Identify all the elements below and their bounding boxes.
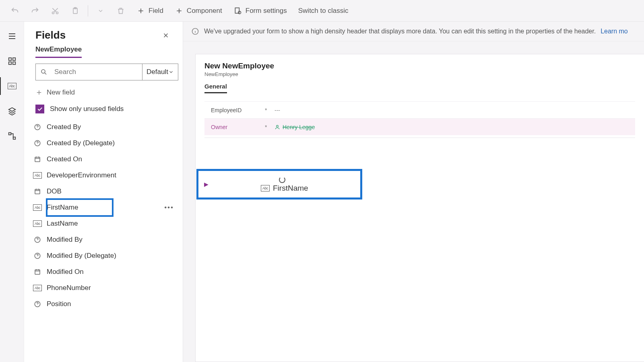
form-field-row[interactable]: Owner* Henry Legge [204, 118, 635, 135]
field-type-icon [33, 139, 42, 148]
top-toolbar: Field Component Form settings Switch to … [0, 0, 644, 22]
form-field-value: Henry Legge [271, 124, 315, 130]
form-settings-icon [233, 6, 242, 15]
field-row[interactable]: Modified By [24, 232, 183, 248]
info-text: We've upgraded your form to show a high … [204, 28, 596, 35]
drop-target-highlight: ▶ Abc FirstName [196, 169, 362, 200]
text-field-icon: Abc [8, 83, 17, 89]
svg-rect-4 [235, 8, 239, 13]
add-field-button[interactable]: Field [132, 3, 167, 19]
chevron-down-icon [168, 69, 174, 75]
field-label: Created By [47, 123, 81, 131]
undo-button[interactable] [6, 3, 23, 19]
cut-button[interactable] [47, 3, 64, 19]
form-subtitle: NewEmployee [204, 71, 635, 77]
filter-dropdown[interactable]: Default [142, 64, 178, 80]
field-row[interactable]: Created On [24, 151, 183, 167]
form-title: New NewEmployee [204, 62, 635, 70]
form-field-row[interactable]: EmployeeID* --- [204, 101, 635, 118]
svg-point-1 [56, 12, 58, 14]
filter-value: Default [147, 68, 168, 76]
drag-chip: Abc FirstName [261, 184, 308, 193]
switch-classic-button[interactable]: Switch to classic [294, 3, 353, 19]
paste-button[interactable] [67, 3, 84, 19]
svg-rect-16 [35, 189, 40, 194]
text-field-icon: Abc [261, 185, 270, 191]
field-row[interactable]: AbcDeveloperEnvironment [24, 167, 183, 183]
info-bar: We've upgraded your form to show a high … [183, 22, 644, 41]
plus-icon [35, 89, 43, 96]
field-row[interactable]: AbcPhoneNumber [24, 280, 183, 296]
field-label: Modified By [47, 236, 83, 244]
field-label: PhoneNumber [47, 284, 91, 292]
chevron-down-button[interactable] [92, 3, 109, 19]
field-type-icon [33, 235, 42, 244]
plus-icon [136, 6, 145, 15]
fields-panel: Fields NewEmployee Default New field Sho… [24, 22, 183, 362]
learn-more-link[interactable]: Learn mo [601, 28, 628, 35]
trash-icon [116, 6, 125, 15]
svg-rect-6 [8, 58, 11, 60]
rail-hamburger[interactable] [5, 29, 19, 43]
rail-tree[interactable] [5, 129, 19, 143]
rail-layers[interactable] [5, 104, 19, 118]
left-rail: Abc [0, 22, 24, 362]
field-type-icon: Abc [33, 219, 42, 228]
rail-fields[interactable]: Abc [5, 79, 19, 93]
form-settings-label: Form settings [246, 7, 287, 15]
svg-point-12 [41, 70, 45, 73]
field-type-icon: Abc [33, 284, 42, 292]
svg-rect-15 [35, 157, 40, 162]
form-surface[interactable]: New NewEmployee NewEmployee General Empl… [195, 54, 644, 362]
field-list: Created ByCreated By (Delegate)Created O… [24, 119, 183, 362]
field-row[interactable]: Position [24, 296, 183, 312]
undo-icon [10, 6, 19, 15]
show-unused-checkbox[interactable] [35, 105, 44, 113]
field-row[interactable]: AbcLastName [24, 216, 183, 232]
search-input[interactable] [52, 68, 142, 76]
show-unused-row: Show only unused fields [24, 102, 183, 119]
field-row[interactable]: Modified By (Delegate) [24, 248, 183, 264]
switch-classic-label: Switch to classic [298, 7, 349, 15]
plus-icon [175, 6, 184, 15]
field-label: Created On [47, 155, 82, 163]
rail-components[interactable] [5, 54, 19, 68]
new-field-label: New field [47, 88, 75, 97]
field-type-icon [33, 300, 42, 309]
redo-button[interactable] [27, 3, 43, 19]
form-settings-button[interactable]: Form settings [229, 3, 291, 19]
paste-icon [71, 6, 80, 15]
svg-rect-19 [35, 270, 40, 274]
info-icon [191, 27, 199, 35]
form-field-value: --- [271, 107, 280, 113]
required-indicator: * [265, 107, 271, 113]
close-panel-button[interactable] [160, 30, 171, 41]
field-row[interactable]: AbcFirstName••• [24, 200, 183, 216]
delete-button[interactable] [112, 3, 129, 19]
cut-icon [51, 6, 60, 15]
field-label: DOB [47, 187, 62, 195]
add-component-button[interactable]: Component [171, 3, 226, 19]
svg-rect-10 [8, 133, 11, 135]
field-label: Position [47, 300, 71, 308]
field-row[interactable]: Created By (Delegate) [24, 135, 183, 151]
fields-panel-title: Fields [35, 29, 66, 41]
field-label: FirstName [47, 204, 78, 212]
field-type-icon: Abc [33, 203, 42, 212]
check-icon [37, 106, 43, 112]
form-tab-general[interactable]: General [204, 83, 227, 93]
field-row[interactable]: DOB [24, 183, 183, 200]
field-label: Modified By (Delegate) [47, 252, 116, 260]
field-row[interactable]: Created By [24, 119, 183, 135]
form-field-label: EmployeeID [204, 107, 265, 113]
add-component-label: Component [187, 7, 222, 15]
field-label: Modified On [47, 268, 84, 276]
drag-chip-label: FirstName [273, 184, 308, 193]
entity-tab[interactable]: NewEmployee [35, 45, 82, 58]
field-more-button[interactable]: ••• [164, 204, 174, 212]
new-field-button[interactable]: New field [24, 83, 183, 102]
field-type-icon [33, 155, 42, 164]
field-type-icon [33, 251, 42, 260]
field-row[interactable]: Modified On [24, 264, 183, 280]
search-field-wrap [35, 64, 142, 80]
